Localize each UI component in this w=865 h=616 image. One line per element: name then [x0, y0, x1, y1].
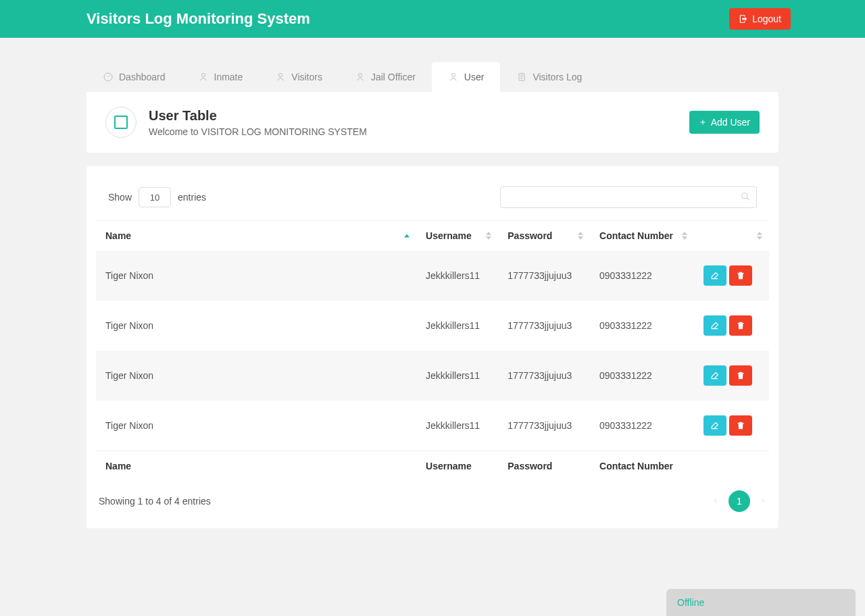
footer-col-actions	[694, 451, 769, 482]
svg-point-3	[358, 74, 362, 77]
next-page[interactable]	[760, 496, 766, 507]
trash-icon	[736, 271, 745, 280]
col-label: Contact Number	[599, 230, 673, 241]
cell-contact: 0903331222	[590, 351, 694, 401]
footer-col-password: Password	[498, 451, 590, 482]
sort-asc-icon	[682, 232, 687, 235]
cell-actions	[694, 351, 769, 401]
sort-desc-icon	[757, 236, 762, 240]
edit-button[interactable]	[703, 415, 726, 436]
table-row: Tiger Nixon Jekkkillers11 1777733jjujuu3…	[96, 301, 769, 351]
cell-username: Jekkkillers11	[416, 251, 498, 301]
tab-inmate[interactable]: Inmate	[182, 62, 260, 92]
col-password[interactable]: Password	[498, 221, 590, 251]
person-icon	[448, 72, 459, 82]
col-label: Name	[105, 230, 131, 241]
sort-desc-icon	[578, 236, 583, 240]
delete-button[interactable]	[729, 365, 752, 386]
col-actions	[694, 221, 769, 251]
pagination: 1	[712, 490, 766, 512]
tab-dashboard[interactable]: Dashboard	[86, 62, 182, 92]
footer-col-username: Username	[416, 451, 498, 482]
cell-name: Tiger Nixon	[96, 301, 416, 351]
panel-subtitle: Welcome to VISITOR LOG MONITORING SYSTEM	[149, 126, 367, 137]
svg-point-6	[742, 193, 747, 199]
sort-desc-icon	[486, 236, 491, 240]
cell-username: Jekkkillers11	[416, 301, 498, 351]
logout-label: Logout	[752, 14, 781, 24]
entries-select[interactable]	[139, 187, 171, 207]
person-icon	[355, 72, 366, 82]
edit-icon	[710, 271, 720, 280]
chevron-right-icon	[760, 496, 766, 505]
show-entries: Show entries	[108, 187, 206, 207]
table-row: Tiger Nixon Jekkkillers11 1777733jjujuu3…	[96, 401, 769, 451]
panel-title: User Table	[149, 108, 367, 124]
tab-visitors-log[interactable]: Visitors Log	[500, 62, 598, 92]
cell-password: 1777733jjujuu3	[498, 251, 590, 301]
show-label: Show	[108, 192, 132, 203]
delete-button[interactable]	[729, 415, 752, 436]
cell-actions	[694, 301, 769, 351]
plus-icon	[699, 118, 707, 126]
search-box	[500, 186, 757, 208]
user-table: Name Username Password Contact Number	[96, 220, 769, 481]
edit-button[interactable]	[703, 315, 726, 336]
edit-icon	[710, 371, 720, 380]
cell-actions	[694, 401, 769, 451]
trash-icon	[736, 371, 745, 380]
cell-contact: 0903331222	[590, 401, 694, 451]
trash-icon	[736, 321, 745, 330]
table-info: Showing 1 to 4 of 4 entries	[99, 496, 211, 507]
chevron-left-icon	[712, 496, 719, 505]
tab-label: Jail Officer	[371, 72, 416, 82]
cell-actions	[694, 251, 769, 301]
cell-contact: 0903331222	[590, 301, 694, 351]
svg-point-1	[201, 74, 205, 77]
svg-point-4	[451, 74, 455, 77]
tab-label: Visitors	[291, 72, 322, 82]
page-1[interactable]: 1	[728, 490, 750, 512]
tab-label: Visitors Log	[533, 72, 582, 82]
search-icon	[741, 192, 750, 201]
cell-password: 1777733jjujuu3	[498, 301, 590, 351]
panel-header: User Table Welcome to VISITOR LOG MONITO…	[86, 92, 778, 153]
tab-visitors[interactable]: Visitors	[259, 62, 339, 92]
col-label: Username	[426, 230, 472, 241]
col-label: Password	[508, 230, 552, 241]
logout-icon	[739, 14, 748, 24]
edit-button[interactable]	[703, 365, 726, 386]
edit-icon	[710, 421, 720, 430]
sort-asc-icon	[578, 232, 583, 235]
tab-user[interactable]: User	[432, 62, 501, 92]
dashboard-icon	[103, 72, 114, 82]
cell-name: Tiger Nixon	[96, 401, 416, 451]
cell-username: Jekkkillers11	[416, 401, 498, 451]
cell-name: Tiger Nixon	[96, 351, 416, 401]
add-user-button[interactable]: Add User	[689, 111, 760, 134]
search-input[interactable]	[500, 186, 757, 208]
tab-jail-officer[interactable]: Jail Officer	[339, 62, 432, 92]
delete-button[interactable]	[729, 315, 752, 336]
clipboard-icon	[516, 72, 527, 82]
table-row: Tiger Nixon Jekkkillers11 1777733jjujuu3…	[96, 351, 769, 401]
logout-button[interactable]: Logout	[729, 8, 791, 30]
col-contact[interactable]: Contact Number	[590, 221, 694, 251]
tab-label: Dashboard	[119, 72, 166, 82]
footer-col-contact: Contact Number	[590, 451, 694, 482]
sort-asc-icon	[486, 232, 491, 235]
delete-button[interactable]	[729, 265, 752, 286]
panel-icon	[105, 107, 137, 138]
app-title: Visitors Log Monitoring System	[86, 10, 310, 28]
table-card: Show entries Name Username	[86, 166, 778, 528]
col-username[interactable]: Username	[416, 221, 498, 251]
trash-icon	[736, 421, 745, 430]
add-user-label: Add User	[711, 117, 750, 128]
cell-password: 1777733jjujuu3	[498, 351, 590, 401]
col-name[interactable]: Name	[96, 221, 416, 251]
edit-icon	[710, 321, 720, 330]
sort-asc-icon	[404, 234, 410, 238]
sort-asc-icon	[757, 232, 762, 235]
edit-button[interactable]	[703, 265, 726, 286]
prev-page[interactable]	[712, 496, 719, 507]
